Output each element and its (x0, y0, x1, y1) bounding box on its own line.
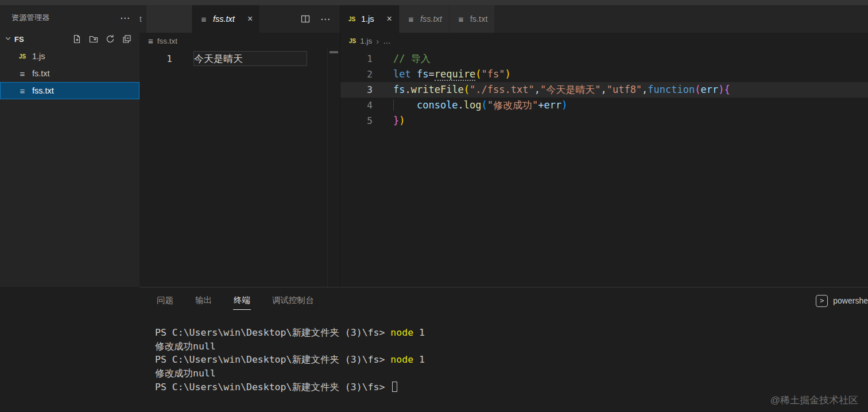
code-token: + (538, 99, 544, 111)
txt-file-icon: ≡ (148, 36, 153, 46)
new-folder-icon[interactable] (89, 34, 98, 44)
code-token: . (405, 84, 410, 95)
code-line-4[interactable]: 4 console.log("修改成功"+err) (340, 98, 868, 113)
text-line-1[interactable]: 1 今天是晴天 (140, 51, 340, 67)
file-label: fs.txt (32, 69, 50, 78)
terminal-line: 修改成功null (155, 367, 868, 380)
txt-file-icon: ≡ (18, 69, 27, 79)
scrolled-tab-fragment[interactable]: t (140, 5, 146, 33)
breadcrumb-file: fss.txt (157, 37, 177, 45)
file-label: fss.txt (32, 86, 54, 95)
code-line-5[interactable]: 5}) (340, 113, 868, 129)
code-token: function (648, 84, 695, 95)
folder-section-header[interactable]: FS (0, 30, 140, 48)
code-text: // 导入 (393, 51, 431, 67)
panel-right-actions: > powershe (816, 287, 868, 314)
explorer-more-actions-icon[interactable]: ⋯ (120, 12, 130, 24)
current-line-box: 今天是晴天 (193, 51, 307, 66)
tab-label: fss.txt (420, 14, 442, 24)
vscode-window: 资源管理器 ⋯ FS (0, 0, 868, 412)
left-breadcrumb[interactable]: ≡ fss.txt (140, 33, 340, 49)
file-item-fss.txt[interactable]: ≡fss.txt (0, 82, 140, 99)
close-icon[interactable]: × (247, 14, 253, 24)
panel-tab-终端[interactable]: 终端 (233, 292, 251, 310)
code-editor[interactable]: 1// 导入2let fs=require("fs")3fs.writeFile… (340, 49, 868, 287)
code-token: "./fss.txt" (470, 84, 534, 95)
code-line-1[interactable]: 1// 导入 (340, 51, 868, 67)
code-line-3[interactable]: 3fs.writeFile("./fss.txt","今天是晴天","utf8"… (340, 82, 868, 98)
left-editor[interactable]: 1 今天是晴天 (140, 49, 340, 287)
bottom-panel: 问题输出终端调试控制台 > powershe PS C:\Users\win\D… (140, 287, 868, 412)
refresh-icon[interactable] (106, 34, 115, 44)
panel-tab-调试控制台[interactable]: 调试控制台 (272, 292, 315, 309)
chevron-down-icon[interactable] (5, 34, 11, 44)
split-editor-icon[interactable] (301, 14, 310, 24)
line-number: 1 (140, 51, 172, 67)
line-number: 3 (340, 82, 373, 98)
tab-fss.txt[interactable]: ≡fss.txt (400, 5, 450, 33)
panel-tabs: 问题输出终端调试控制台 (156, 292, 315, 310)
js-file-icon: JS (349, 38, 356, 44)
terminal-text: PS C:\Users\win\Desktop\新建文件夹 (3)\fs> (155, 382, 390, 392)
close-icon[interactable]: × (387, 14, 392, 24)
terminal-cursor[interactable] (392, 382, 397, 392)
line-number: 5 (340, 113, 373, 129)
right-breadcrumb[interactable]: JS 1.js › … (340, 33, 868, 49)
code-token: "utf8" (607, 84, 642, 95)
chevron-right-icon: › (376, 36, 379, 46)
tab-hidden[interactable] (146, 5, 192, 33)
shell-name-label[interactable]: powershe (833, 296, 868, 305)
txt-file-icon: ≡ (456, 14, 466, 24)
tab-fss-txt[interactable]: ≡ fss.txt × (192, 5, 260, 33)
tab-1.js[interactable]: JS1.js× (340, 5, 400, 33)
js-file-icon: JS (18, 53, 27, 60)
line-number: 1 (340, 51, 373, 67)
terminal-output[interactable]: PS C:\Users\win\Desktop\新建文件夹 (3)\fs> no… (140, 314, 868, 394)
code-token: "修改成功" (487, 99, 538, 111)
terminal-text: 修改成功null (155, 368, 216, 379)
minimap[interactable] (327, 49, 340, 287)
code-token: ( (475, 68, 481, 80)
terminal-text: PS C:\Users\win\Desktop\新建文件夹 (3)\fs> (155, 327, 390, 338)
code-line-2[interactable]: 2let fs=require("fs") (340, 67, 868, 82)
code-text: console.log("修改成功"+err) (393, 98, 568, 113)
panel-tab-输出[interactable]: 输出 (195, 292, 212, 309)
breadcrumb-more[interactable]: … (383, 37, 391, 45)
file-item-1.js[interactable]: JS1.js (0, 48, 140, 65)
file-list: JS1.js≡fs.txt≡fss.txt (0, 48, 140, 99)
code-token: . (458, 99, 464, 111)
code-token: log (464, 99, 482, 111)
code-token: , (600, 84, 606, 95)
panel-tab-问题[interactable]: 问题 (156, 292, 174, 309)
terminal-line: PS C:\Users\win\Desktop\新建文件夹 (3)\fs> no… (155, 326, 868, 340)
right-tab-bar: JS1.js×≡fss.txt≡fs.txt (340, 5, 868, 33)
file-label: 1.js (32, 52, 45, 61)
terminal-line: PS C:\Users\win\Desktop\新建文件夹 (3)\fs> (155, 380, 868, 394)
code-text: fs.writeFile("./fss.txt","今天是晴天","utf8",… (393, 82, 730, 98)
code-token: let (393, 68, 411, 80)
code-token (393, 99, 417, 111)
file-item-fs.txt[interactable]: ≡fs.txt (0, 65, 140, 82)
new-file-icon[interactable] (72, 34, 82, 44)
code-token: = (428, 68, 434, 80)
code-token: "今天是晴天" (540, 84, 600, 95)
code-token: fs (393, 84, 405, 95)
folder-section-name: FS (14, 35, 24, 44)
code-token: ) (561, 99, 567, 111)
watermark: @稀土掘金技术社区 (770, 394, 858, 407)
code-token: , (642, 84, 648, 95)
code-text: let fs=require("fs") (393, 67, 511, 82)
line-number: 2 (340, 67, 373, 82)
collapse-all-icon[interactable] (122, 34, 131, 44)
code-token: ) (718, 84, 724, 95)
terminal-text: PS C:\Users\win\Desktop\新建文件夹 (3)\fs> (155, 354, 390, 365)
terminal-icon[interactable]: > (816, 295, 828, 307)
code-token: } (393, 115, 399, 126)
more-actions-icon[interactable]: ⋯ (320, 13, 331, 25)
tab-bar-spacer (260, 5, 292, 33)
tab-fs.txt[interactable]: ≡fs.txt (450, 5, 495, 33)
code-token: ( (695, 84, 700, 95)
txt-file-icon: ≡ (406, 14, 416, 24)
txt-file-icon: ≡ (199, 14, 208, 24)
terminal-line: 修改成功null (155, 340, 868, 353)
